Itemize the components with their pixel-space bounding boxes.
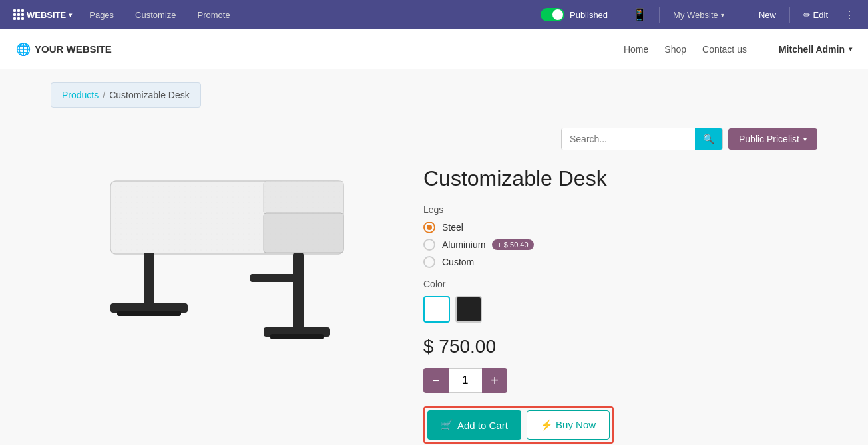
search-row: 🔍 Public Pricelist ▾: [423, 128, 817, 150]
published-label: Published: [570, 10, 608, 20]
svg-rect-4: [144, 253, 154, 306]
nav-pages[interactable]: Pages: [80, 0, 123, 29]
radio-custom[interactable]: [423, 256, 435, 268]
search-input[interactable]: [562, 128, 695, 150]
color-option-group: Color: [423, 279, 817, 323]
globe-icon: 🌐: [16, 42, 31, 57]
nav-customize[interactable]: Customize: [126, 0, 185, 29]
site-logo[interactable]: 🌐 YOUR WEBSITE: [16, 42, 624, 57]
option-row-steel[interactable]: Steel: [423, 222, 817, 233]
radio-inner-steel: [427, 225, 432, 230]
svg-rect-10: [270, 334, 324, 339]
quantity-input[interactable]: [449, 368, 482, 393]
admin-bar: WEBSITE ▾ Pages Customize Promote Publis…: [0, 0, 868, 29]
breadcrumb-current: Customizable Desk: [109, 90, 190, 100]
option-name-aluminium: Aluminium: [442, 239, 485, 250]
mobile-preview-icon[interactable]: 📱: [626, 7, 654, 22]
edit-button[interactable]: ✏ Edit: [795, 0, 836, 29]
divider-1: [620, 7, 620, 23]
breadcrumb: Products / Customizable Desk: [51, 82, 201, 108]
user-menu[interactable]: Mitchell Admin ▾: [779, 44, 852, 55]
my-website-label: My Website: [673, 10, 718, 20]
product-image-area: [51, 121, 397, 387]
pricelist-label: Public Pricelist: [739, 134, 799, 144]
buy-now-button[interactable]: ⚡ Buy Now: [527, 410, 610, 440]
svg-rect-8: [250, 274, 304, 282]
add-to-cart-button[interactable]: 🛒 Add to Cart: [427, 410, 521, 440]
product-layout: 🔍 Public Pricelist ▾ Customizable Desk L…: [51, 121, 817, 445]
product-price: $ 750.00: [423, 336, 817, 357]
admin-bar-left: WEBSITE ▾ Pages Customize Promote: [8, 0, 534, 29]
svg-rect-7: [293, 253, 304, 333]
toggle-thumb: [552, 9, 563, 20]
my-website-button[interactable]: My Website ▾: [665, 0, 732, 29]
brand-label: WEBSITE: [27, 10, 66, 20]
quantity-increase-button[interactable]: +: [482, 368, 507, 393]
quantity-decrease-button[interactable]: −: [423, 368, 449, 393]
svg-rect-6: [117, 311, 181, 316]
divider-2: [659, 7, 660, 23]
product-details: 🔍 Public Pricelist ▾ Customizable Desk L…: [423, 121, 817, 445]
search-button[interactable]: 🔍: [695, 128, 722, 150]
action-buttons: 🛒 Add to Cart ⚡ Buy Now: [423, 406, 614, 444]
website-nav: 🌐 YOUR WEBSITE Home Shop Contact us Mitc…: [0, 29, 868, 69]
main-content: Products / Customizable Desk: [35, 69, 833, 445]
grid-icon: [13, 9, 24, 20]
more-options-icon[interactable]: ⋮: [839, 0, 860, 29]
option-row-custom[interactable]: Custom: [423, 256, 817, 268]
legs-option-group: Legs Steel Aluminium + $ 50.40 Custom: [423, 204, 817, 268]
buy-now-label: ⚡ Buy Now: [541, 419, 596, 431]
radio-steel[interactable]: [423, 222, 435, 233]
my-website-chevron-icon: ▾: [721, 11, 724, 19]
brand-chevron-icon: ▾: [69, 11, 72, 19]
published-toggle[interactable]: Published: [534, 8, 614, 21]
product-title: Customizable Desk: [423, 166, 817, 191]
quantity-row: − +: [423, 368, 817, 393]
pricelist-chevron-icon: ▾: [803, 136, 807, 143]
color-swatch-white[interactable]: [423, 296, 450, 323]
breadcrumb-parent[interactable]: Products: [62, 90, 99, 100]
svg-rect-12: [264, 213, 343, 253]
user-chevron-icon: ▾: [849, 45, 852, 53]
cart-icon: 🛒: [441, 419, 453, 431]
divider-4: [789, 7, 790, 23]
aluminium-price-badge: + $ 50.40: [492, 239, 533, 250]
option-name-custom: Custom: [442, 257, 474, 267]
product-image: [71, 141, 377, 367]
nav-contact[interactable]: Contact us: [702, 44, 747, 55]
option-row-aluminium[interactable]: Aluminium + $ 50.40: [423, 239, 817, 251]
site-nav-links: Home Shop Contact us Mitchell Admin ▾: [624, 44, 852, 55]
divider-3: [738, 7, 738, 23]
website-brand-button[interactable]: WEBSITE ▾: [8, 9, 77, 20]
add-to-cart-label: Add to Cart: [457, 420, 508, 431]
option-name-steel: Steel: [442, 222, 463, 233]
admin-bar-right: Published 📱 My Website ▾ + New ✏ Edit ⋮: [534, 0, 860, 29]
site-logo-text: YOUR WEBSITE: [35, 43, 112, 55]
color-label: Color: [423, 279, 817, 289]
legs-label: Legs: [423, 204, 817, 215]
new-button[interactable]: + New: [744, 0, 784, 29]
pricelist-button[interactable]: Public Pricelist ▾: [728, 128, 817, 150]
user-name: Mitchell Admin: [779, 44, 845, 55]
search-box: 🔍: [561, 128, 723, 150]
breadcrumb-separator: /: [103, 90, 105, 100]
nav-promote[interactable]: Promote: [188, 0, 240, 29]
nav-shop[interactable]: Shop: [664, 44, 686, 55]
radio-aluminium[interactable]: [423, 239, 435, 251]
color-swatch-black[interactable]: [455, 296, 482, 323]
color-swatches: [423, 296, 817, 323]
toggle-track[interactable]: [541, 8, 564, 21]
nav-home[interactable]: Home: [624, 44, 648, 55]
